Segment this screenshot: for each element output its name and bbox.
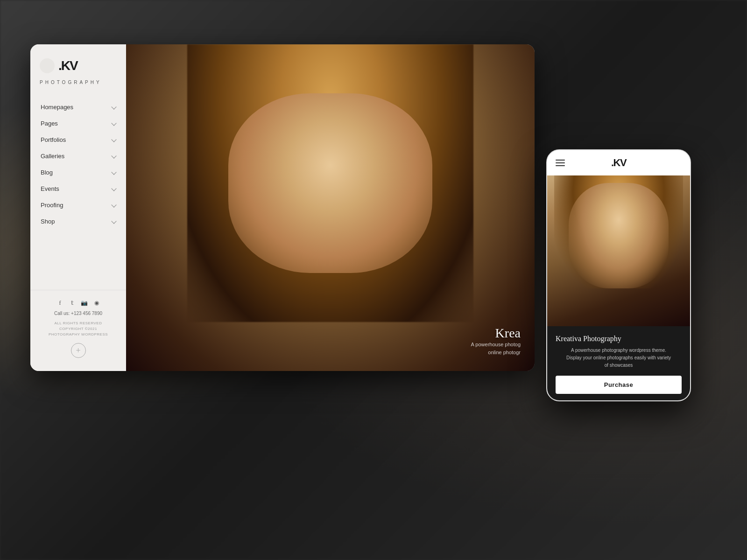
sidebar: .KV PHOTOGRAPHY Homepages Pages Portfoli…: [30, 44, 126, 371]
nav-label-proofing: Proofing: [41, 202, 63, 209]
nav-label-portfolios: Portfolios: [41, 136, 66, 143]
dribbble-icon[interactable]: ◉: [93, 300, 100, 306]
tablet-title: Krea: [471, 326, 521, 341]
facebook-icon[interactable]: f: [57, 300, 63, 306]
nav-label-homepages: Homepages: [41, 104, 73, 111]
sidebar-nav: Homepages Pages Portfolios Galleries Blo…: [30, 94, 126, 290]
hamburger-line-3: [556, 165, 565, 166]
sidebar-logo-area: .KV: [30, 44, 126, 78]
chevron-down-icon: [111, 169, 116, 175]
mobile-logo: .KV: [611, 157, 626, 169]
add-button[interactable]: +: [71, 343, 86, 358]
instagram-icon[interactable]: 📷: [81, 300, 88, 306]
hamburger-menu-icon[interactable]: [556, 160, 565, 166]
nav-item-pages[interactable]: Pages: [30, 115, 126, 132]
sidebar-logo: .KV: [58, 58, 78, 73]
chevron-down-icon: [111, 218, 116, 224]
twitter-icon[interactable]: 𝕥: [69, 300, 76, 306]
chevron-down-icon: [111, 137, 116, 142]
nav-label-events: Events: [41, 185, 59, 192]
mobile-mockup: .KV Kreativa Photography A powerhouse ph…: [546, 149, 691, 401]
purchase-button[interactable]: Purchase: [556, 376, 682, 394]
tablet-mockup: .KV PHOTOGRAPHY Homepages Pages Portfoli…: [30, 44, 535, 371]
chevron-down-icon: [111, 153, 116, 158]
nav-label-shop: Shop: [41, 218, 55, 225]
chevron-down-icon: [111, 202, 116, 207]
nav-item-shop[interactable]: Shop: [30, 213, 126, 230]
mobile-hero-photo: [547, 175, 690, 326]
tablet-hero-photo: Krea A powerhouse photog online photogr: [126, 44, 535, 371]
tablet-desc: A powerhouse photog online photogr: [471, 341, 521, 357]
call-text: Call us: +123 456 7890: [40, 311, 117, 316]
social-icons-row: f 𝕥 📷 ◉: [40, 300, 117, 306]
sidebar-subtitle: PHOTOGRAPHY: [30, 78, 126, 94]
logo-circle-decoration: [40, 58, 55, 73]
chevron-down-icon: [111, 186, 116, 191]
chevron-down-icon: [111, 104, 116, 109]
nav-item-proofing[interactable]: Proofing: [30, 197, 126, 213]
nav-label-blog: Blog: [41, 169, 53, 176]
mobile-bottom-card: Kreativa Photography A powerhouse photog…: [547, 326, 690, 400]
copyright-text: ALL RIGHTS RESERVED COPYRIGHT ©2021 PHOT…: [40, 321, 117, 337]
mobile-card-title: Kreativa Photography: [556, 335, 682, 343]
sidebar-footer: f 𝕥 📷 ◉ Call us: +123 456 7890 ALL RIGHT…: [30, 290, 126, 371]
nav-item-blog[interactable]: Blog: [30, 164, 126, 181]
nav-label-galleries: Galleries: [41, 153, 64, 160]
hamburger-line-2: [556, 162, 565, 163]
nav-item-portfolios[interactable]: Portfolios: [30, 132, 126, 148]
nav-item-homepages[interactable]: Homepages: [30, 99, 126, 115]
hamburger-line-1: [556, 160, 565, 161]
chevron-down-icon: [111, 120, 116, 126]
nav-item-events[interactable]: Events: [30, 181, 126, 197]
mobile-portrait-face: [569, 183, 669, 288]
tablet-overlay-text: Krea A powerhouse photog online photogr: [471, 326, 521, 357]
portrait-face-layer: [228, 93, 433, 273]
mobile-header: .KV: [547, 150, 690, 175]
nav-label-pages: Pages: [41, 120, 58, 127]
mobile-card-description: A powerhouse photography wordpress theme…: [556, 347, 682, 369]
nav-item-galleries[interactable]: Galleries: [30, 148, 126, 164]
